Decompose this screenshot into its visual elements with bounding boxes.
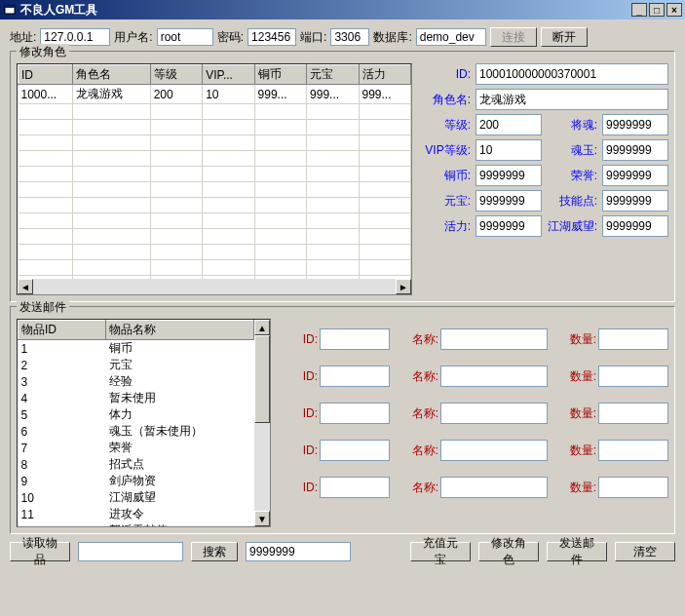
mail-name-input[interactable] xyxy=(440,403,548,424)
minimize-button[interactable]: _ xyxy=(631,3,647,17)
scroll-up-icon[interactable]: ▲ xyxy=(254,320,270,335)
list-item[interactable]: 3经验 xyxy=(19,373,254,390)
mail-id-input[interactable] xyxy=(320,366,390,387)
table-row[interactable] xyxy=(19,120,411,135)
send-mail-button[interactable]: 发送邮件 xyxy=(547,542,607,561)
column-header[interactable]: 活力 xyxy=(359,65,411,85)
table-row[interactable] xyxy=(19,245,411,260)
mail-form: ID:名称:数量:ID:名称:数量:ID:名称:数量:ID:名称:数量:ID:名… xyxy=(281,319,668,527)
scroll-right-icon[interactable]: ► xyxy=(396,279,411,294)
table-row[interactable] xyxy=(19,213,411,229)
mail-id-input[interactable] xyxy=(320,440,390,461)
search-input[interactable] xyxy=(78,542,183,561)
search-button[interactable]: 搜索 xyxy=(191,542,238,561)
list-item[interactable]: 2元宝 xyxy=(19,357,254,373)
mail-row: ID:名称:数量: xyxy=(281,440,668,461)
table-row[interactable] xyxy=(19,151,411,167)
list-item[interactable]: 4暂未使用 xyxy=(19,390,254,406)
mail-id-input[interactable] xyxy=(320,477,390,498)
mail-qty-input[interactable] xyxy=(598,477,668,498)
list-item[interactable]: 6魂玉（暂未使用） xyxy=(19,423,254,440)
column-header[interactable]: 元宝 xyxy=(307,65,359,85)
list-item[interactable]: 12帮派贡献值 xyxy=(19,522,254,527)
modify-role-button[interactable]: 修改角色 xyxy=(478,542,539,561)
name-label: 角色名: xyxy=(418,92,473,108)
send-mail-group: 物品ID物品名称 1铜币2元宝3经验4暂未使用5体力6魂玉（暂未使用）7荣誉8招… xyxy=(10,306,675,534)
db-label: 数据库: xyxy=(373,29,411,46)
id-label: ID: xyxy=(418,67,473,81)
list-item[interactable]: 10江湖威望 xyxy=(19,489,254,506)
role-edit-form: ID: 角色名: 等级: 将魂: VIP等级: 魂玉: 铜币: 荣誉: 元宝: … xyxy=(418,63,668,295)
db-input[interactable] xyxy=(416,28,486,46)
column-header[interactable]: ID xyxy=(19,65,73,85)
mail-name-input[interactable] xyxy=(440,440,548,461)
vip-label: VIP等级: xyxy=(418,142,473,159)
item-table[interactable]: 物品ID物品名称 1铜币2元宝3经验4暂未使用5体力6魂玉（暂未使用）7荣誉8招… xyxy=(17,319,271,527)
table-row[interactable] xyxy=(19,229,411,245)
scroll-left-icon[interactable]: ◄ xyxy=(18,279,33,294)
close-button[interactable]: × xyxy=(666,3,682,17)
mail-row: ID:名称:数量: xyxy=(281,477,668,498)
list-item[interactable]: 1铜币 xyxy=(19,340,254,358)
mail-qty-input[interactable] xyxy=(598,403,668,424)
scroll-down-icon[interactable]: ▼ xyxy=(254,511,270,526)
read-items-button[interactable]: 读取物品 xyxy=(10,542,70,561)
column-header[interactable]: 铜币 xyxy=(254,65,306,85)
mail-row: ID:名称:数量: xyxy=(281,366,668,387)
disconnect-button[interactable]: 断开 xyxy=(541,27,588,47)
level-input[interactable] xyxy=(476,114,542,135)
amount-input[interactable] xyxy=(246,542,351,561)
vigor-input[interactable] xyxy=(476,215,542,237)
column-header[interactable]: 物品ID xyxy=(19,321,106,340)
port-input[interactable] xyxy=(330,28,369,46)
table-row[interactable]: 1000...龙魂游戏20010999...999...999... xyxy=(19,85,411,104)
mail-qty-input[interactable] xyxy=(598,328,668,350)
column-header[interactable]: VIP... xyxy=(203,65,254,85)
hunyu-input[interactable] xyxy=(602,139,668,161)
mail-name-input[interactable] xyxy=(440,328,548,350)
user-input[interactable] xyxy=(157,28,213,46)
connect-button[interactable]: 连接 xyxy=(490,27,537,47)
gold-input[interactable] xyxy=(476,190,542,212)
mail-name-input[interactable] xyxy=(440,366,548,387)
honor-input[interactable] xyxy=(602,165,668,186)
fame-input[interactable] xyxy=(602,215,668,237)
h-scrollbar[interactable]: ◄ ► xyxy=(18,279,411,294)
honor-label: 荣誉: xyxy=(545,168,599,184)
table-row[interactable] xyxy=(19,198,411,213)
mail-qty-input[interactable] xyxy=(598,440,668,461)
table-row[interactable] xyxy=(19,260,411,276)
copper-input[interactable] xyxy=(476,165,542,186)
maximize-button[interactable]: □ xyxy=(649,3,665,17)
list-item[interactable]: 11进攻令 xyxy=(19,506,254,522)
table-row[interactable] xyxy=(19,167,411,182)
jianghun-input[interactable] xyxy=(602,114,668,135)
scroll-thumb[interactable] xyxy=(254,335,270,423)
column-header[interactable]: 物品名称 xyxy=(106,321,254,340)
list-item[interactable]: 7荣誉 xyxy=(19,440,254,456)
mail-name-input[interactable] xyxy=(440,477,548,498)
pass-input[interactable] xyxy=(247,28,296,46)
addr-label: 地址: xyxy=(10,29,36,46)
list-item[interactable]: 9剑庐物资 xyxy=(19,473,254,489)
column-header[interactable]: 等级 xyxy=(150,65,202,85)
table-row[interactable] xyxy=(19,104,411,120)
name-input[interactable] xyxy=(476,89,668,110)
clear-button[interactable]: 清空 xyxy=(615,542,675,561)
list-item[interactable]: 8招式点 xyxy=(19,456,254,473)
mail-qty-label: 数量: xyxy=(550,443,596,459)
v-scrollbar[interactable]: ▲ ▼ xyxy=(254,320,270,526)
role-table[interactable]: ID角色名等级VIP...铜币元宝活力 1000...龙魂游戏20010999.… xyxy=(17,63,412,295)
id-input[interactable] xyxy=(476,63,668,85)
vip-input[interactable] xyxy=(476,139,542,161)
skill-input[interactable] xyxy=(602,190,668,212)
mail-id-input[interactable] xyxy=(320,403,390,424)
column-header[interactable]: 角色名 xyxy=(72,65,150,85)
table-row[interactable] xyxy=(19,182,411,198)
recharge-button[interactable]: 充值元宝 xyxy=(410,542,471,561)
hunyu-label: 魂玉: xyxy=(545,142,599,159)
table-row[interactable] xyxy=(19,135,411,151)
mail-qty-input[interactable] xyxy=(598,366,668,387)
list-item[interactable]: 5体力 xyxy=(19,406,254,423)
mail-id-input[interactable] xyxy=(320,328,390,350)
